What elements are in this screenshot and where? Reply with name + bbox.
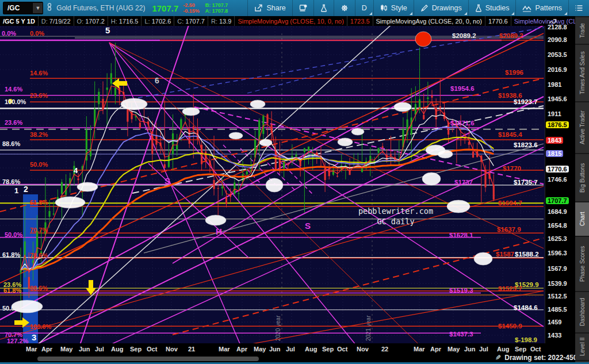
change-stack: -2.50 -0.15% [183, 2, 200, 14]
time-tick: May [448, 346, 460, 352]
sidebar-tab-phase-scores[interactable]: Phase Scores [575, 236, 589, 291]
gear-button[interactable] [334, 0, 355, 16]
svg-text:100.0%: 100.0% [5, 98, 26, 105]
study-label[interactable]: SimpleMovingAvg (CLOSE, 20, 0, no) [373, 16, 485, 26]
drawings-button[interactable]: Drawings [414, 0, 468, 16]
svg-text:1: 1 [14, 186, 18, 195]
gear-icon [341, 4, 349, 12]
time-tick: 22 [381, 346, 388, 352]
price-tick: 1746.6 [548, 176, 567, 183]
price-tick: 1567.9 [548, 265, 567, 272]
ohlc-field: O:1707.2 [74, 16, 108, 26]
sidebar-tab-level-ii[interactable]: Level II [575, 332, 589, 360]
time-tick: Apr [236, 346, 247, 352]
time-tick: Aug [111, 346, 123, 352]
drawing-set-selector[interactable]: ✎ Drawing set: 2022-4507 [495, 354, 581, 362]
svg-text:$1737: $1737 [454, 179, 473, 186]
ask-value: A: 1707.8 [205, 8, 228, 14]
svg-text:88.6%: 88.6% [2, 140, 20, 147]
button-label: Style [391, 4, 407, 12]
svg-text:H: H [216, 227, 222, 236]
svg-text:$1628.1: $1628.1 [449, 232, 473, 239]
time-tick: Nov [357, 346, 369, 352]
price-tick: 1512.5 [548, 293, 567, 300]
price-tick: 1596.3 [548, 250, 567, 256]
study-label[interactable]: SimpleMovingAvg (CLOSE, 10, 0, no) [235, 16, 347, 26]
svg-text:0.0%: 0.0% [2, 30, 16, 37]
time-tick: Jul [95, 346, 104, 352]
svg-text:$1923.7: $1923.7 [514, 98, 538, 105]
style-button[interactable]: Style [373, 0, 414, 16]
price-tick: 1684.9 [548, 208, 567, 215]
year-marker-label: 2020 year [275, 315, 281, 341]
price-tick: 2090.8 [548, 36, 567, 43]
chart-area[interactable]: 2020 year2021 year0.0%14.6%23.6%50.0%70.… [0, 26, 545, 343]
button-label: Share [266, 4, 285, 12]
svg-text:$2089.2: $2089.2 [452, 32, 476, 39]
button-label: Patterns [535, 4, 562, 12]
last-price: 1707.7 [152, 3, 178, 13]
svg-text:38.2%: 38.2% [30, 131, 48, 138]
link-icon[interactable] [47, 3, 52, 13]
svg-text:14.6%: 14.6% [30, 70, 48, 76]
drawing-set-label: Drawing set: 2022-4507 [504, 354, 581, 362]
pencil-icon: ✎ [495, 354, 501, 362]
time-axis[interactable]: MarAprMayJunJulAugSepOctNov21MarAprMayJu… [0, 343, 545, 355]
sidebar-tab-chart[interactable]: Chart [575, 201, 589, 236]
time-tick: May [60, 346, 72, 352]
sidebar-tab-big-buttons[interactable]: Big Buttons [575, 153, 589, 201]
symbol-dropdown-icon[interactable]: ▼ [32, 3, 43, 13]
pan-scrollbar[interactable] [37, 357, 259, 361]
time-tick: Jun [79, 346, 90, 352]
flask-icon [320, 4, 327, 12]
svg-text:$1450.9: $1450.9 [498, 323, 522, 329]
price-badge: 1843 [546, 137, 563, 144]
svg-text:61.8%: 61.8% [30, 199, 48, 206]
chart-info-bar: /GC 5 Y 1D D:7/19/22O:1707.2H:1716.5L:17… [0, 16, 575, 26]
chart-canvas[interactable]: 2020 year2021 year0.0%14.6%23.6%50.0%70.… [0, 26, 545, 343]
patterns-button[interactable]: Patterns [515, 0, 568, 16]
sidebar-tab-active-trader[interactable]: Active Trader [575, 101, 589, 153]
watermark: pebblewriter.comGC daily [358, 206, 433, 226]
svg-text:$1871.6: $1871.6 [450, 120, 475, 127]
svg-text:$1694.7: $1694.7 [498, 200, 522, 206]
axis-pointer-icon[interactable] [549, 18, 557, 28]
time-tick: Jun [464, 346, 476, 352]
symbol-value: /GC [3, 4, 32, 12]
study-value: 1770.6 [485, 16, 511, 26]
ellipse-annotations[interactable] [12, 32, 492, 313]
price-tick: 1485.5 [548, 306, 567, 313]
time-tick: Jul [479, 346, 488, 352]
svg-text:$1996: $1996 [505, 69, 523, 76]
svg-text:$1523.7: $1523.7 [498, 285, 522, 292]
sidebar-tab-dashboard[interactable]: Dashboard [575, 291, 589, 332]
studies-button[interactable]: Studies [468, 0, 516, 16]
flask-icon [475, 4, 482, 12]
sidebar-tab-trade[interactable]: Trade [575, 16, 589, 44]
style-candle-icon [380, 4, 388, 12]
d-button[interactable]: D [355, 0, 373, 16]
svg-text:61.8%: 61.8% [2, 251, 20, 258]
svg-text:70.7%: 70.7% [30, 227, 48, 233]
pattern-wave-icon [522, 5, 531, 12]
time-tick: Mar [219, 346, 230, 352]
bid-value: B: 1707.7 [205, 2, 228, 8]
svg-text:$1845.4: $1845.4 [498, 131, 522, 138]
svg-text:4: 4 [74, 166, 78, 175]
flask-button[interactable] [313, 0, 334, 16]
price-axis[interactable]: 2128.82090.82053.52016.919811945.6191117… [545, 26, 576, 343]
time-tick: Oct [530, 346, 541, 352]
time-tick: Oct [147, 346, 157, 352]
share-button[interactable]: Share [247, 0, 292, 16]
list-button[interactable] [568, 0, 589, 16]
sidebar-tab-live-news[interactable]: Live News [575, 360, 589, 362]
svg-text:50.0%: 50.0% [2, 305, 20, 312]
svg-text:pebblewriter.com: pebblewriter.com [358, 206, 433, 216]
time-tick: Jul [286, 346, 295, 352]
sidebar-tab-times-and-sales[interactable]: Times And Sales [575, 44, 589, 101]
price-tick: 2016.9 [548, 66, 567, 73]
pencil-icon [420, 4, 429, 12]
symbol-input[interactable]: /GC ▼ [3, 2, 43, 14]
svg-text:$1954.6: $1954.6 [450, 85, 475, 92]
flag-button[interactable] [292, 0, 313, 16]
